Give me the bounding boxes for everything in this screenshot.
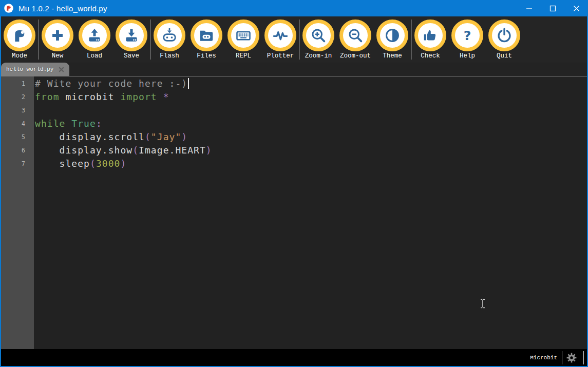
toolbar-button-label: Mode bbox=[12, 52, 27, 60]
code-token-plain: sleep bbox=[35, 158, 90, 169]
repl-icon bbox=[227, 20, 259, 51]
code-line[interactable]: display.show(Image.HEART) bbox=[35, 144, 587, 157]
code-token-operator: ( bbox=[132, 145, 139, 156]
gear-icon bbox=[565, 352, 578, 364]
code-token-plain: display.scroll bbox=[35, 131, 145, 142]
code-token-string: "Jay" bbox=[151, 131, 181, 142]
code-token-keyword: import bbox=[120, 91, 157, 102]
code-line[interactable]: while True: bbox=[35, 117, 587, 130]
device-mode-label: Microbit bbox=[530, 355, 557, 361]
code-token-keyword: from bbox=[35, 91, 60, 102]
toolbar-button-label: Load bbox=[87, 52, 102, 60]
code-area[interactable]: # Wite your code here :-)from microbit i… bbox=[34, 76, 587, 349]
quit-icon bbox=[488, 20, 520, 51]
line-number: 1 bbox=[1, 77, 25, 90]
zoom-out-icon bbox=[339, 20, 371, 51]
code-line[interactable]: from microbit import * bbox=[35, 90, 587, 104]
window-controls bbox=[517, 0, 588, 16]
tab-bar: hello_world.py bbox=[1, 63, 587, 76]
toolbar-button-quit[interactable]: Quit bbox=[486, 16, 523, 60]
code-line[interactable] bbox=[35, 104, 587, 117]
toolbar-button-label: Zoom-in bbox=[305, 52, 332, 60]
line-number: 5 bbox=[1, 130, 25, 144]
text-caret bbox=[188, 78, 189, 89]
toolbar-button-repl[interactable]: REPL bbox=[225, 16, 262, 60]
line-number: 4 bbox=[1, 117, 25, 130]
mode-icon bbox=[4, 20, 35, 51]
plotter-icon bbox=[264, 20, 296, 51]
code-editor: 1234567 # Wite your code here :-)from mi… bbox=[1, 76, 587, 349]
toolbar-button-label: Save bbox=[124, 52, 139, 60]
code-token-comment: # Wite your code here :-) bbox=[35, 78, 187, 89]
admin-gear-button[interactable] bbox=[562, 352, 581, 364]
code-line[interactable]: # Wite your code here :-) bbox=[35, 77, 587, 90]
toolbar-button-label: REPL bbox=[236, 52, 251, 60]
zoom-in-icon bbox=[302, 20, 334, 51]
new-icon bbox=[42, 20, 73, 51]
code-token-keyword: while bbox=[35, 118, 65, 129]
code-token-plain bbox=[157, 91, 163, 102]
code-token-operator: ) bbox=[120, 158, 126, 169]
toolbar-button-label: Help bbox=[460, 52, 475, 60]
svg-text:?: ? bbox=[464, 28, 471, 43]
help-icon: ? bbox=[451, 20, 483, 51]
code-token-operator: : bbox=[96, 118, 102, 129]
toolbar-button-label: Files bbox=[197, 52, 216, 60]
code-token-operator: ( bbox=[145, 131, 151, 142]
toolbar-button-mode[interactable]: Mode bbox=[1, 16, 38, 60]
toolbar: ModeNewLoadSaveFlashFilesREPLPlotterZoom… bbox=[1, 16, 587, 63]
toolbar-button-flash[interactable]: Flash bbox=[151, 16, 188, 60]
tab-close-icon[interactable] bbox=[59, 67, 64, 72]
toolbar-button-label: Quit bbox=[497, 52, 512, 60]
line-number: 2 bbox=[1, 90, 25, 104]
save-icon bbox=[116, 20, 147, 51]
mu-editor-window: Mu 1.0.2 - hello_world.py ModeNewLoadSav… bbox=[0, 0, 588, 367]
toolbar-button-label: Plotter bbox=[267, 52, 294, 60]
titlebar: Mu 1.0.2 - hello_world.py bbox=[0, 0, 588, 16]
code-token-plain: microbit bbox=[60, 91, 121, 102]
code-line[interactable]: sleep(3000) bbox=[35, 157, 587, 170]
line-number: 7 bbox=[1, 157, 25, 170]
toolbar-button-help[interactable]: ?Help bbox=[449, 16, 486, 60]
line-number: 3 bbox=[1, 104, 25, 117]
line-number: 6 bbox=[1, 144, 25, 157]
tab-hello-world[interactable]: hello_world.py bbox=[1, 63, 69, 76]
code-token-plain: display.show bbox=[35, 145, 132, 156]
flash-icon bbox=[154, 20, 185, 51]
toolbar-button-zoom-out[interactable]: Zoom-out bbox=[337, 16, 374, 60]
status-bar: Microbit bbox=[1, 349, 587, 366]
code-token-builtin: True bbox=[71, 118, 96, 129]
check-icon bbox=[414, 20, 446, 51]
close-button[interactable] bbox=[564, 0, 588, 16]
load-icon bbox=[79, 20, 110, 51]
status-separator bbox=[583, 351, 584, 364]
toolbar-button-theme[interactable]: Theme bbox=[374, 16, 411, 60]
toolbar-button-check[interactable]: Check bbox=[412, 16, 449, 60]
code-token-operator: ) bbox=[206, 145, 212, 156]
toolbar-button-label: Theme bbox=[383, 52, 402, 60]
toolbar-button-plotter[interactable]: Plotter bbox=[262, 16, 299, 60]
code-line[interactable]: display.scroll("Jay") bbox=[35, 130, 587, 144]
toolbar-button-zoom-in[interactable]: Zoom-in bbox=[300, 16, 337, 60]
toolbar-button-label: Zoom-out bbox=[340, 52, 371, 60]
toolbar-button-label: Check bbox=[421, 52, 440, 60]
window-title: Mu 1.0.2 - hello_world.py bbox=[18, 4, 107, 13]
toolbar-button-save[interactable]: Save bbox=[113, 16, 150, 60]
maximize-button[interactable] bbox=[541, 0, 564, 16]
theme-icon bbox=[376, 20, 408, 51]
code-token-plain: Image.HEART bbox=[139, 145, 206, 156]
files-icon bbox=[191, 20, 222, 51]
toolbar-button-new[interactable]: New bbox=[39, 16, 76, 60]
code-token-operator: * bbox=[163, 91, 169, 102]
toolbar-button-files[interactable]: Files bbox=[188, 16, 225, 60]
minimize-button[interactable] bbox=[517, 0, 541, 16]
toolbar-button-label: Flash bbox=[160, 52, 179, 60]
line-number-gutter: 1234567 bbox=[1, 76, 34, 349]
code-token-operator: ( bbox=[90, 158, 96, 169]
toolbar-button-load[interactable]: Load bbox=[76, 16, 113, 60]
code-token-operator: ) bbox=[181, 131, 187, 142]
tab-label: hello_world.py bbox=[6, 66, 53, 72]
code-token-plain bbox=[65, 118, 71, 129]
toolbar-button-label: New bbox=[52, 52, 64, 60]
mu-logo-icon bbox=[4, 3, 14, 13]
